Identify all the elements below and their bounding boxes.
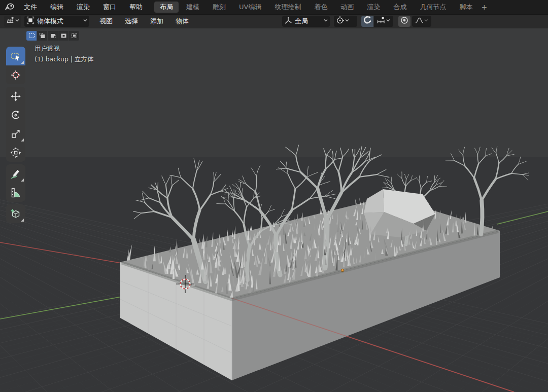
select-mode-bar	[26, 31, 79, 41]
editor-type-dropdown[interactable]	[4, 16, 21, 27]
mode-dropdown-value: 物体模式	[35, 17, 83, 26]
snap-target-dropdown[interactable]	[374, 16, 393, 27]
workspace-tab-animation[interactable]: 动画	[335, 2, 359, 13]
add-workspace-button[interactable]: +	[478, 3, 490, 11]
select-mode-intersect-icon	[71, 32, 78, 40]
snap-group	[361, 16, 393, 27]
pivot-point-dropdown[interactable]	[334, 16, 357, 27]
chevron-down-icon	[15, 16, 20, 27]
select-mode-invert-icon	[60, 32, 67, 40]
workspace-tabs: 布局建模雕刻UV编辑纹理绘制着色动画渲染合成几何节点脚本	[154, 0, 478, 14]
subtool-corner-indicator	[21, 219, 24, 222]
tool-shelf	[6, 47, 25, 226]
subtool-corner-indicator	[21, 61, 24, 64]
select-mode-set-button[interactable]	[26, 31, 37, 41]
cursor-icon	[10, 69, 21, 81]
editor-3d-viewport-icon	[6, 16, 15, 27]
tool-group	[6, 164, 25, 202]
move-icon	[10, 91, 21, 102]
tool-annotate-button[interactable]	[6, 164, 25, 183]
select-mode-subtract-button[interactable]	[48, 31, 58, 41]
select-mode-intersect-button[interactable]	[69, 31, 79, 41]
viewport-menu-object[interactable]: 物体	[169, 17, 195, 26]
workspace-tab-compositing[interactable]: 合成	[388, 2, 412, 13]
workspace-tab-texture-paint[interactable]: 纹理绘制	[269, 2, 306, 13]
mode-dropdown[interactable]: 物体模式	[24, 16, 89, 27]
3d-viewport[interactable]: 用户透视 (1) backup | 立方体	[0, 28, 548, 392]
chevron-down-icon	[424, 16, 429, 27]
object-mode-icon	[26, 16, 35, 27]
header-menus: 视图选择添加物体	[93, 17, 195, 26]
topbar-menu-file[interactable]: 文件	[17, 0, 44, 14]
workspace-tab-modeling[interactable]: 建模	[181, 2, 205, 13]
viewport-menu-select[interactable]: 选择	[119, 17, 144, 26]
tool-scale-button[interactable]	[6, 124, 25, 143]
workspace-tab-rendering[interactable]: 渲染	[361, 2, 386, 13]
topbar-menu-edit[interactable]: 编辑	[44, 0, 70, 14]
orientation-global-icon	[284, 16, 293, 27]
workspace-tab-geometry-nodes[interactable]: 几何节点	[414, 2, 452, 13]
subtool-corner-indicator	[21, 138, 24, 141]
workspace-tab-layout[interactable]: 布局	[154, 2, 179, 13]
object-origin-dot	[341, 269, 344, 272]
tool-move-button[interactable]	[6, 87, 25, 105]
pivot-point-icon	[335, 16, 345, 27]
tool-group	[6, 47, 25, 84]
tool-cursor-button[interactable]	[6, 65, 25, 84]
tool-transform-button[interactable]	[6, 143, 25, 162]
3d-viewport-canvas[interactable]	[0, 28, 548, 392]
tool-group	[6, 204, 25, 223]
chevron-down-icon	[345, 16, 350, 27]
topbar: 文件编辑渲染窗口帮助 布局建模雕刻UV编辑纹理绘制着色动画渲染合成几何节点脚本 …	[0, 0, 548, 14]
workspace-tab-shading[interactable]: 着色	[309, 2, 333, 13]
view-mode-overlay-text: 用户透视	[35, 45, 60, 53]
proportional-editing-icon	[400, 16, 409, 27]
snap-toggle-button[interactable]	[361, 16, 373, 27]
scale-icon	[10, 128, 21, 139]
select-mode-extend-icon	[39, 32, 46, 40]
topbar-menus: 文件编辑渲染窗口帮助	[17, 0, 149, 14]
magnet-icon	[363, 16, 372, 27]
blender-logo-icon[interactable]	[4, 2, 15, 13]
transform-icon	[10, 147, 21, 158]
viewport-header: 物体模式 视图选择添加物体 全局	[0, 14, 548, 28]
select-mode-set-icon	[28, 32, 36, 40]
active-object-overlay-text: (1) backup | 立方体	[35, 55, 94, 64]
select-mode-extend-button[interactable]	[37, 31, 47, 41]
add-cube-icon	[10, 208, 21, 220]
viewport-menu-add[interactable]: 添加	[144, 17, 169, 26]
annotate-icon	[10, 168, 21, 180]
chevron-down-icon	[83, 16, 88, 27]
topbar-menu-render[interactable]: 渲染	[70, 0, 96, 14]
chevron-down-icon	[386, 16, 391, 27]
tool-rotate-button[interactable]	[6, 105, 25, 124]
tool-measure-button[interactable]	[6, 183, 25, 202]
workspace-tab-scripting[interactable]: 脚本	[454, 2, 478, 13]
tool-group	[6, 87, 25, 162]
orientation-value: 全局	[293, 17, 323, 26]
viewport-menu-view[interactable]: 视图	[93, 17, 119, 26]
workspace-tab-uv-editing[interactable]: UV编辑	[233, 2, 267, 13]
select-mode-invert-button[interactable]	[58, 31, 68, 41]
transform-orientation-dropdown[interactable]: 全局	[282, 16, 330, 27]
proportional-editing-toggle[interactable]	[398, 16, 410, 27]
tool-select-box-button[interactable]	[6, 47, 25, 65]
workspace-tab-sculpting[interactable]: 雕刻	[207, 2, 231, 13]
chevron-down-icon	[323, 16, 328, 27]
tool-add-cube-button[interactable]	[6, 204, 25, 223]
topbar-menu-help[interactable]: 帮助	[123, 0, 149, 14]
rotate-icon	[10, 110, 21, 121]
select-box-icon	[10, 51, 21, 62]
subtool-corner-indicator	[21, 179, 24, 182]
falloff-dropdown[interactable]	[412, 16, 431, 27]
snap-target-icon	[376, 16, 386, 27]
measure-icon	[10, 187, 21, 198]
select-mode-subtract-icon	[49, 32, 57, 40]
falloff-curve-icon	[415, 16, 424, 27]
topbar-menu-window[interactable]: 窗口	[96, 0, 123, 14]
header-right-cluster: 全局	[282, 16, 431, 27]
